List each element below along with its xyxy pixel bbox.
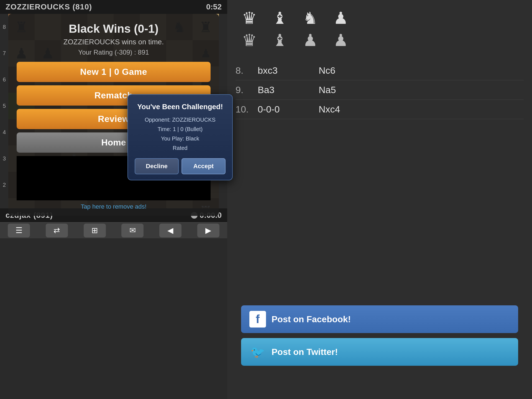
captured-pawn3: ♟ (327, 30, 355, 50)
challenge-rated: Rated (173, 145, 187, 151)
move-white-10: 0-0-0 (258, 104, 319, 115)
captured-pawn2: ♟ (296, 30, 324, 50)
captured-pawn1: ♟ (327, 8, 355, 28)
top-player-time: 0:52 (206, 2, 222, 11)
facebook-icon: f (249, 311, 266, 328)
game-over-rating: Your Rating (-309) : 891 (17, 48, 211, 56)
toolbar-chat-btn[interactable]: ✉ (121, 224, 144, 237)
top-player-bar: ZOZZIEROUCKS (810) 0:52 (0, 0, 227, 14)
facebook-label: Post on Facebook! (272, 314, 351, 324)
captured-bishop2: ♝ (266, 30, 294, 50)
captured-pieces-row1: ♛ ♝ ♞ ♟ (236, 8, 524, 28)
challenge-dialog: You've Been Challenged! Opponent: ZOZZIE… (127, 94, 233, 180)
toolbar-list-btn[interactable]: ☰ (8, 224, 30, 237)
bottom-toolbar: ☰ ⇄ ⊞ ✉ ◀ ▶ (0, 222, 227, 238)
toolbar-forward-btn[interactable]: ▶ (197, 224, 219, 237)
top-player-name: ZOZZIEROUCKS (810) (6, 2, 92, 11)
facebook-button[interactable]: f Post on Facebook! (241, 305, 518, 333)
game-over-title: Black Wins (0-1) (17, 22, 211, 35)
toolbar-back-btn[interactable]: ◀ (159, 224, 181, 237)
challenge-color: You Play: Black (161, 135, 199, 142)
move-num-8: 8. (236, 65, 258, 76)
move-white-8: bxc3 (258, 65, 319, 76)
rank-labels: 87654321 (1, 14, 6, 224)
toolbar-board-btn[interactable]: ⊞ (84, 224, 106, 237)
twitter-label: Post on Twitter! (272, 347, 338, 357)
move-black-10: Nxc4 (319, 104, 340, 115)
challenge-opponent: Opponent: ZOZZIEROUCKS (145, 117, 216, 123)
move-num-9: 9. (236, 85, 258, 95)
toolbar-shuffle-btn[interactable]: ⇄ (46, 224, 68, 237)
move-black-8: Nc6 (319, 65, 335, 76)
decline-button[interactable]: Decline (135, 158, 179, 174)
captured-pieces-row2: ♛ ♝ ♟ ♟ (236, 30, 524, 50)
move-black-9: Na5 (319, 85, 336, 95)
captured-queen2: ♛ (236, 30, 263, 50)
captured-knight1: ♞ (296, 8, 324, 28)
accept-button[interactable]: Accept (181, 158, 226, 174)
twitter-icon: 🐦 (249, 344, 266, 360)
twitter-button[interactable]: 🐦 Post on Twitter! (241, 338, 518, 366)
move-row-9: 9. Ba3 Na5 (236, 80, 524, 100)
challenge-details: Opponent: ZOZZIEROUCKS Time: 1 | 0 (Bull… (135, 115, 226, 153)
move-white-9: Ba3 (258, 85, 319, 95)
challenge-buttons: Decline Accept (135, 158, 226, 174)
move-history: 8. bxc3 Nc6 9. Ba3 Na5 10. 0-0-0 Nxc4 (236, 61, 524, 119)
move-row-8: 8. bxc3 Nc6 (236, 61, 524, 80)
move-row-10: 10. 0-0-0 Nxc4 (236, 100, 524, 119)
captured-bishop1: ♝ (266, 8, 294, 28)
ad-remove-text[interactable]: Tap here to remove ads! (17, 203, 211, 210)
new-game-button[interactable]: New 1 | 0 Game (17, 62, 211, 82)
challenge-title: You've Been Challenged! (135, 103, 226, 111)
move-num-10: 10. (236, 104, 258, 115)
game-over-subtitle: ZOZZIEROUCKS wins on time. (17, 38, 211, 46)
captured-queen1: ♛ (236, 8, 263, 28)
social-buttons-area: f Post on Facebook! 🐦 Post on Twitter! (236, 305, 524, 366)
challenge-time: Time: 1 | 0 (Bullet) (158, 126, 203, 132)
